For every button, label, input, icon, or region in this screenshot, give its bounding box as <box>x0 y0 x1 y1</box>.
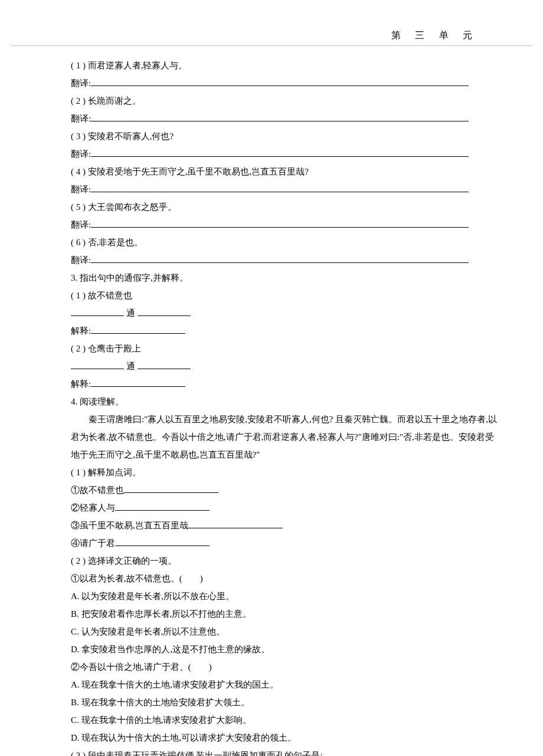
q4-p2-title: ( 2 ) 选择译文正确的一项。 <box>53 552 502 570</box>
blank[interactable] <box>91 218 469 228</box>
q4-p1-title: ( 1 ) 解释加点词。 <box>53 464 502 481</box>
q-s1: ( 1 ) 而君逆寡人者,轻寡人与。 <box>53 57 502 74</box>
blank[interactable] <box>323 749 459 756</box>
q-s6-trans: 翻译: <box>53 251 502 269</box>
q3-a-explain: 解释: <box>53 322 502 340</box>
q4-p3-text: ( 3 ) 段中表现秦王玩弄诈骗伎俩,装出一副施恩加惠面孔的句子是: <box>71 751 323 756</box>
blank[interactable] <box>71 307 124 316</box>
q-s5: ( 5 ) 大王尝闻布衣之怒乎。 <box>53 198 502 216</box>
explain-label: 解释: <box>71 379 91 389</box>
blank[interactable] <box>138 307 191 316</box>
q4-p2-q1: ①以君为长者,故不错意也。( ) <box>53 570 502 587</box>
blank[interactable] <box>91 254 469 263</box>
blank[interactable] <box>138 360 191 369</box>
unit-header: 第 三 单 元 <box>53 29 502 42</box>
q4-p2-q2-B[interactable]: B. 现在我拿十倍大的土地给安陵君扩大领土。 <box>53 693 502 711</box>
trans-label: 翻译: <box>71 149 91 159</box>
period: 。 <box>459 751 467 756</box>
q4-p2-q1-C[interactable]: C. 认为安陵君是年长者,所以不注意他。 <box>53 623 502 640</box>
q4-p2-q1-A[interactable]: A. 以为安陵君是年长者,所以不放在心里。 <box>53 587 502 605</box>
q3-title: 3. 指出句中的通假字,并解释。 <box>53 269 502 287</box>
q4-p2-q2-D[interactable]: D. 现在我认为十倍大的土地,可以请求扩大安陵君的领土。 <box>53 729 502 747</box>
q-s4: ( 4 ) 安陵君受地于先王而守之,虽千里不敢易也,岂直五百里哉? <box>53 163 502 180</box>
q4-p1-i1: ①故不错意也 <box>53 481 502 499</box>
q3-a-blanks: 通 <box>53 304 502 322</box>
q-s2-trans: 翻译: <box>53 110 502 127</box>
trans-label: 翻译: <box>71 255 91 265</box>
q4-p1-i4: ④请广于君 <box>53 534 502 552</box>
item-text: ①故不错意也 <box>71 485 124 495</box>
q4-p2-q2-C[interactable]: C. 现在我拿十倍的土地,请求安陵君扩大影响。 <box>53 711 502 729</box>
trans-label: 翻译: <box>71 114 91 123</box>
q-s5-trans: 翻译: <box>53 216 502 234</box>
q4-p2-q1-B[interactable]: B. 把安陵君看作忠厚长者,所以不打他的主意。 <box>53 605 502 623</box>
q-s3: ( 3 ) 安陵君不听寡人,何也? <box>53 127 502 145</box>
trans-label: 翻译: <box>71 185 91 194</box>
q4-p2-q2: ②今吾以十倍之地,请广于君。( ) <box>53 658 502 676</box>
blank[interactable] <box>71 360 124 369</box>
q4-p1-i3: ③虽千里不敢易,岂直五百里哉 <box>53 517 502 534</box>
blank[interactable] <box>91 147 469 157</box>
q3-b-explain: 解释: <box>53 375 502 393</box>
trans-label: 翻译: <box>71 220 91 229</box>
blank[interactable] <box>91 112 469 121</box>
q4-title: 4. 阅读理解。 <box>53 393 502 410</box>
blank[interactable] <box>188 519 283 528</box>
blank[interactable] <box>91 324 185 334</box>
header-divider <box>12 45 531 46</box>
blank[interactable] <box>91 77 469 86</box>
blank[interactable] <box>115 501 210 511</box>
blank[interactable] <box>91 377 185 387</box>
q-s4-trans: 翻译: <box>53 180 502 198</box>
q4-p1-i2: ②轻寡人与 <box>53 499 502 517</box>
q3-b-blanks: 通 <box>53 357 502 375</box>
tong-label: 通 <box>126 361 135 371</box>
blank[interactable] <box>124 484 218 493</box>
q3-b: ( 2 ) 仓鹰击于殿上 <box>53 340 502 357</box>
q4-p2-q2-A[interactable]: A. 现在我拿十倍大的土地,请求安陵君扩大我的国土。 <box>53 676 502 693</box>
item-text: ④请广于君 <box>71 538 115 548</box>
q4-p3: ( 3 ) 段中表现秦王玩弄诈骗伎俩,装出一副施恩加惠面孔的句子是:。 <box>53 747 502 756</box>
blank[interactable] <box>91 183 469 192</box>
q-s1-trans: 翻译: <box>53 74 502 92</box>
q-s6: ( 6 ) 否,非若是也。 <box>53 234 502 251</box>
trans-label: 翻译: <box>71 78 91 88</box>
q3-a: ( 1 ) 故不错意也 <box>53 287 502 304</box>
q4-p2-q1-D[interactable]: D. 拿安陵君当作忠厚的人,这是不打他主意的缘故。 <box>53 640 502 658</box>
q4-passage: 秦王谓唐雎曰:"寡人以五百里之地易安陵,安陵君不听寡人,何也? 且秦灭韩亡魏。而… <box>53 410 502 464</box>
q-s3-trans: 翻译: <box>53 145 502 163</box>
explain-label: 解释: <box>71 326 91 336</box>
q-s2: ( 2 ) 长跪而谢之。 <box>53 92 502 110</box>
blank[interactable] <box>115 537 210 546</box>
item-text: ③虽千里不敢易,岂直五百里哉 <box>71 521 188 530</box>
tong-label: 通 <box>126 308 135 318</box>
item-text: ②轻寡人与 <box>71 503 115 512</box>
